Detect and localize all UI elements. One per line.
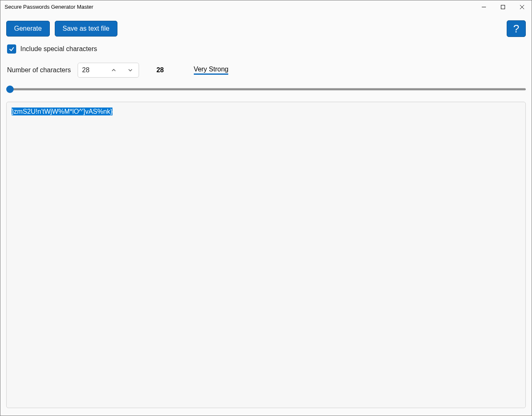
num-chars-decrement[interactable] [122, 63, 139, 78]
include-special-checkbox[interactable] [7, 44, 16, 54]
include-special-label: Include special characters [20, 45, 97, 53]
num-chars-label: Number of characters [7, 66, 71, 74]
toolbar: Generate Save as text file ? [6, 20, 526, 37]
window-title: Secure Passwords Generator Master [5, 0, 93, 10]
save-as-text-button[interactable]: Save as text file [55, 21, 117, 37]
password-output[interactable]: }zmS2U!n'tWjW%M*lO^']vAS%nk} [6, 102, 526, 408]
chevron-down-icon [127, 67, 133, 73]
help-icon: ? [513, 22, 519, 35]
help-button[interactable]: ? [507, 20, 526, 37]
check-icon [9, 46, 15, 52]
close-icon [520, 5, 525, 10]
num-chars-display: 28 [154, 66, 166, 74]
content-area: Generate Save as text file ? Include spe… [0, 15, 532, 416]
svg-rect-1 [501, 5, 505, 9]
include-special-row: Include special characters [6, 44, 526, 54]
num-chars-input[interactable] [78, 64, 105, 76]
minimize-button[interactable] [474, 0, 493, 14]
slider-track [8, 88, 526, 91]
strength-indicator: Very Strong [194, 66, 229, 75]
maximize-icon [500, 5, 505, 10]
length-slider[interactable] [6, 84, 526, 94]
slider-thumb[interactable] [6, 86, 14, 93]
options-row: Number of characters 28 Very Strong [6, 63, 526, 78]
num-chars-spinner [78, 63, 139, 78]
num-chars-increment[interactable] [105, 63, 122, 78]
maximize-button[interactable] [493, 0, 512, 14]
app-window: Secure Passwords Generator Master Genera… [0, 0, 532, 416]
close-button[interactable] [512, 0, 532, 14]
window-controls [474, 0, 532, 15]
chevron-up-icon [111, 67, 117, 73]
minimize-icon [481, 5, 486, 10]
generated-password[interactable]: }zmS2U!n'tWjW%M*lO^']vAS%nk} [12, 108, 112, 115]
generate-button[interactable]: Generate [6, 21, 50, 37]
titlebar: Secure Passwords Generator Master [0, 0, 532, 15]
